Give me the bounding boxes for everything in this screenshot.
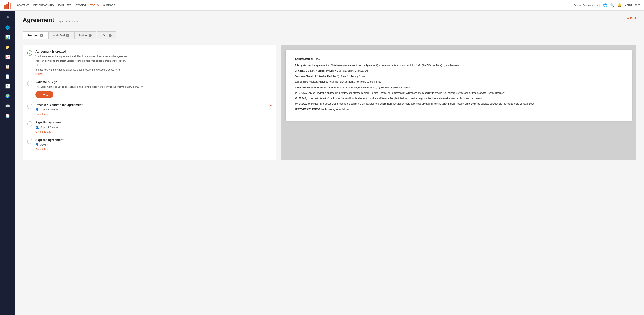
- here-link[interactable]: HERE.: [36, 64, 43, 66]
- go-to-step-sign1[interactable]: Go to this step: [36, 130, 51, 133]
- step-sign2: Sign the agreement 👤 ADMIN Go to this st…: [27, 138, 272, 150]
- go-to-step-sign2[interactable]: Go to this step: [36, 148, 51, 150]
- sidebar-icon-clipboard[interactable]: 📋: [4, 62, 12, 71]
- doc-agreement-no: AGREEMENT No. 600: [294, 58, 623, 62]
- doc-witness: IN WITNESS WHEREOF, the Parties agree as…: [294, 108, 623, 111]
- svg-rect-3: [10, 4, 11, 9]
- steps-panel: ✓ Agreement is created You have created …: [23, 46, 276, 160]
- globe-icon[interactable]: 🌐: [603, 3, 607, 7]
- tab-history-label: History: [79, 34, 88, 37]
- tab-progress-help: ?: [40, 34, 43, 37]
- document-preview: AGREEMENT No. 600 This logistics service…: [281, 46, 636, 160]
- sidebar-icon-file[interactable]: 📑: [4, 112, 12, 120]
- sidebar-icon-document[interactable]: 📄: [4, 72, 12, 81]
- doc-company1-bold: Company B Gmbh. ("Service Provider"),: [294, 70, 338, 72]
- step-desc-validate: The agreement is ready to be validated a…: [36, 85, 272, 89]
- doc-para1: This logistics service agreement No.600 …: [294, 64, 623, 67]
- tab-audit-trail-help: ?: [66, 34, 69, 37]
- step-desc-created-1: You have created the agreement and fille…: [36, 54, 272, 58]
- doc-para3: This Agreement supersedes and replaces a…: [294, 86, 623, 89]
- tabs: Progress ? Audit Trail ? History ? View …: [23, 32, 636, 40]
- step-desc-created-3: In case you want to change anything, ple…: [36, 68, 272, 72]
- step-content-sign1: Sign the agreement 👤 Support Account Go …: [36, 121, 272, 133]
- year-label: 2023: [635, 4, 640, 6]
- tab-audit-trail[interactable]: Audit Trail ?: [48, 32, 74, 39]
- tab-view[interactable]: View ?: [97, 32, 116, 39]
- tab-audit-trail-label: Audit Trail: [53, 34, 65, 37]
- sidebar-icon-globe[interactable]: 🌐: [4, 24, 12, 32]
- bell-icon[interactable]: 🔔: [618, 3, 622, 7]
- tab-view-help: ?: [108, 34, 112, 37]
- send-icon[interactable]: ➤: [269, 104, 272, 108]
- nav-evaluate[interactable]: EVALUATE: [58, 4, 71, 6]
- document-inner: AGREEMENT No. 600 This logistics service…: [286, 50, 632, 121]
- step-title-created: Agreement is created: [36, 50, 272, 53]
- doc-whereas2-bold: WHEREAS,: [294, 97, 307, 100]
- user-icon-sign1: 👤: [36, 125, 39, 129]
- back-label: Back: [630, 16, 636, 20]
- user-label: Support Account (demo): [574, 4, 600, 6]
- sidebar-icon-chart[interactable]: 📊: [4, 33, 12, 42]
- sidebar-icon-folder[interactable]: 📁: [4, 43, 12, 51]
- back-chevron-icon: ««: [626, 16, 630, 20]
- tab-progress[interactable]: Progress ?: [23, 32, 48, 39]
- go-to-step-review[interactable]: Go to this step: [36, 113, 51, 116]
- step-circle-sign2: [27, 139, 32, 144]
- step-user-label-sign1: Support Account: [40, 126, 58, 128]
- page-header: Agreement Logistics Services «« Back: [23, 16, 636, 27]
- user-icon-sign2: 👤: [36, 143, 39, 146]
- step-content-created: Agreement is created You have created th…: [36, 50, 272, 75]
- nav-right: Support Account (demo) 🌐 🔍 🔔 MENU 2023: [574, 3, 640, 7]
- step-circle-sign1: [27, 121, 32, 126]
- tab-history[interactable]: History ?: [74, 32, 96, 39]
- restart-link[interactable]: restart.: [36, 72, 43, 75]
- doc-whereas2-rest: in the best interest of the Parties, Ser…: [308, 97, 484, 100]
- doc-witness-bold: IN WITNESS WHEREOF,: [294, 108, 320, 111]
- menu-label[interactable]: MENU: [624, 4, 632, 6]
- step-user-review: 👤 Support Account: [36, 108, 272, 112]
- doc-company2-bold: Company China Ltd ("Service Recipient"),: [294, 75, 340, 78]
- doc-whereas1: WHEREAS, Service Provider is engaged in …: [294, 91, 623, 95]
- step-created: ✓ Agreement is created You have created …: [27, 50, 272, 75]
- nav-content[interactable]: CONTENT: [17, 4, 29, 6]
- sidebar-icon-analytics[interactable]: 📉: [4, 82, 12, 90]
- doc-para2: each shall be individually referred to a…: [294, 80, 623, 84]
- nav-system[interactable]: SYSTEM: [76, 4, 86, 6]
- nav-support[interactable]: SUPPORT: [103, 4, 115, 6]
- doc-whereas1-rest: Service Provider is engaged in inventory…: [308, 92, 505, 94]
- doc-company2-rest: Street 11, Peking, China: [340, 75, 365, 78]
- step-user-sign1: 👤 Support Account: [36, 125, 272, 129]
- step-sign1: Sign the agreement 👤 Support Account Go …: [27, 121, 272, 133]
- step-title-validate: Validate & Sign: [36, 80, 272, 84]
- app-logo: [4, 2, 13, 9]
- main-content: Agreement Logistics Services «« Back Pro…: [15, 10, 644, 315]
- sidebar-icon-book[interactable]: 📖: [4, 102, 12, 110]
- step-user-sign2: 👤 ADMIN: [36, 143, 272, 146]
- step-review: Review & Validate the agreement ➤ 👤 Supp…: [27, 103, 272, 116]
- nav-benchmarking[interactable]: BENCHMARKING: [34, 4, 54, 6]
- svg-rect-1: [6, 4, 8, 9]
- step-desc-created-link1: HERE.: [36, 63, 272, 67]
- svg-rect-0: [4, 5, 6, 9]
- doc-company1-rest: Street 1, Berlin, Germany and: [338, 70, 368, 72]
- page-subtitle: Logistics Services: [56, 20, 78, 22]
- sidebar-icon-world[interactable]: 🌍: [4, 92, 12, 100]
- sidebar-icon-clock[interactable]: ⏱: [4, 14, 12, 22]
- step-desc-created-2: You can download the latest version of t…: [36, 59, 272, 63]
- step-title-sign2: Sign the agreement: [36, 138, 272, 142]
- step-review-header: Review & Validate the agreement ➤: [36, 103, 272, 108]
- invite-button[interactable]: Invite: [36, 91, 53, 98]
- step-validate-sign: Validate & Sign The agreement is ready t…: [27, 80, 272, 98]
- nav-tools[interactable]: TOOLS: [90, 4, 99, 6]
- back-button[interactable]: «« Back: [626, 16, 636, 20]
- nav-links: CONTENT BENCHMARKING EVALUATE SYSTEM TOO…: [17, 4, 574, 6]
- doc-whereas3: WHEREAS, the Parties have agreed that th…: [294, 102, 623, 106]
- page-title: Agreement: [23, 16, 54, 24]
- step-title-review: Review & Validate the agreement: [36, 103, 82, 107]
- doc-witness-rest: the Parties agree as follows:: [321, 108, 350, 111]
- step-circle-review: [27, 104, 32, 109]
- search-icon[interactable]: 🔍: [610, 3, 614, 7]
- sidebar-icon-bar-chart[interactable]: 📈: [4, 53, 12, 61]
- svg-rect-2: [8, 2, 10, 9]
- step-user-label-sign2: ADMIN: [40, 143, 48, 146]
